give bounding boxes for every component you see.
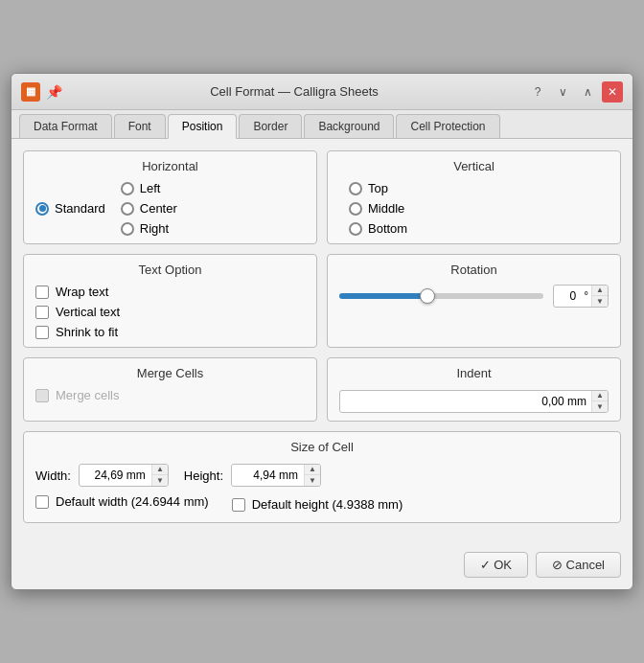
maximize-button[interactable]: ∧ (577, 81, 598, 103)
horizontal-options: Standard Left Center Right (35, 181, 305, 236)
bottom-radio-label: Bottom (368, 221, 407, 236)
center-radio[interactable] (121, 202, 134, 216)
width-spin-up[interactable]: ▲ (152, 465, 168, 475)
default-height-checkbox[interactable] (232, 498, 245, 512)
rotation-controls: ° ▲ ▼ (339, 285, 609, 308)
height-input[interactable] (232, 466, 304, 485)
height-spin-up[interactable]: ▲ (305, 465, 320, 475)
horizontal-title: Horizontal (35, 159, 305, 173)
width-spin-buttons: ▲ ▼ (151, 465, 168, 486)
left-radio-label: Left (140, 181, 161, 195)
merge-cells-checkbox (35, 389, 49, 402)
top-radio-item[interactable]: Top (349, 181, 609, 195)
button-bar: ✓ OK ⊘ Cancel (12, 544, 632, 589)
tab-background[interactable]: Background (304, 114, 394, 138)
vertical-text-label: Vertical text (56, 305, 120, 319)
vertical-title: Vertical (339, 159, 609, 173)
size-of-cell-title: Size of Cell (35, 440, 609, 454)
help-button[interactable]: ? (527, 81, 548, 103)
close-button[interactable]: ✕ (602, 81, 623, 103)
vertical-text-checkbox[interactable] (35, 306, 49, 319)
wrap-text-label: Wrap text (56, 285, 108, 299)
tab-content: Horizontal Standard Left Center (12, 139, 632, 544)
dialog-window: ▦ 📌 Cell Format — Calligra Sheets ? ∨ ∧ … (11, 73, 633, 590)
left-radio[interactable] (121, 182, 134, 195)
rotation-spin-up[interactable]: ▲ (592, 286, 608, 296)
middle-radio[interactable] (349, 202, 362, 216)
row-text-rotation: Text Option Wrap text Vertical text Shri… (23, 254, 621, 348)
shrink-to-fit-label: Shrink to fit (56, 325, 118, 339)
indent-section: Indent ▲ ▼ (327, 357, 621, 422)
titlebar: ▦ 📌 Cell Format — Calligra Sheets ? ∨ ∧ … (12, 74, 632, 110)
vertical-text-item[interactable]: Vertical text (35, 305, 305, 319)
text-option-title: Text Option (35, 263, 305, 277)
minimize-button[interactable]: ∨ (552, 81, 573, 103)
merge-cells-section: Merge Cells Merge cells (23, 357, 317, 422)
tab-position[interactable]: Position (168, 114, 238, 139)
merge-cells-label: Merge cells (56, 388, 119, 402)
middle-radio-label: Middle (368, 201, 404, 216)
default-width-label: Default width (24.6944 mm) (56, 494, 209, 509)
bottom-radio[interactable] (349, 222, 362, 236)
cancel-button[interactable]: ⊘ Cancel (536, 552, 621, 578)
horiz-lr-options: Left Center Right (121, 181, 177, 236)
width-spin-down[interactable]: ▼ (152, 475, 168, 486)
size-defaults-row: Default width (24.6944 mm) Default heigh… (35, 494, 609, 514)
slider-thumb[interactable] (420, 288, 435, 304)
merge-cells-item: Merge cells (35, 388, 305, 402)
top-radio[interactable] (349, 182, 362, 195)
shrink-to-fit-checkbox[interactable] (35, 326, 49, 339)
center-radio-item[interactable]: Center (121, 201, 177, 216)
rotation-spin-down[interactable]: ▼ (592, 296, 608, 307)
height-field: Height: ▲ ▼ (184, 464, 321, 487)
right-radio-item[interactable]: Right (121, 221, 177, 236)
middle-radio-item[interactable]: Middle (349, 201, 609, 216)
height-spin-down[interactable]: ▼ (305, 475, 320, 486)
left-radio-item[interactable]: Left (121, 181, 177, 195)
rotation-unit: ° (581, 289, 591, 303)
default-height-item[interactable]: Default height (4.9388 mm) (232, 497, 403, 512)
vertical-section: Vertical Top Middle Bottom (327, 150, 621, 244)
width-field: Width: ▲ ▼ (35, 464, 169, 487)
indent-spin-buttons: ▲ ▼ (591, 391, 608, 412)
indent-spinbox[interactable]: ▲ ▼ (339, 390, 609, 413)
standard-radio-item[interactable]: Standard (35, 201, 105, 216)
tab-bar: Data Format Font Position Border Backgro… (12, 110, 632, 139)
width-input[interactable] (80, 466, 151, 485)
standard-radio[interactable] (35, 202, 49, 216)
ok-button[interactable]: ✓ OK (464, 552, 528, 578)
indent-spin-up[interactable]: ▲ (592, 391, 608, 401)
right-radio[interactable] (121, 222, 134, 236)
merge-cells-title: Merge Cells (35, 366, 305, 380)
size-fields-row: Width: ▲ ▼ Height: ▲ (35, 464, 609, 487)
indent-spin-down[interactable]: ▼ (592, 401, 608, 412)
right-radio-label: Right (140, 221, 169, 236)
default-height-label: Default height (4.9388 mm) (252, 497, 403, 512)
rotation-spin-buttons: ▲ ▼ (591, 286, 608, 307)
height-spin-buttons: ▲ ▼ (304, 465, 320, 486)
pin-icon[interactable]: 📌 (46, 84, 61, 100)
horizontal-section: Horizontal Standard Left Center (23, 150, 317, 244)
tab-data-format[interactable]: Data Format (19, 114, 112, 138)
center-radio-label: Center (140, 201, 177, 216)
text-option-section: Text Option Wrap text Vertical text Shri… (23, 254, 317, 348)
bottom-radio-item[interactable]: Bottom (349, 221, 609, 236)
default-width-item[interactable]: Default width (24.6944 mm) (35, 494, 209, 509)
tab-font[interactable]: Font (114, 114, 166, 138)
vertical-options: Top Middle Bottom (339, 181, 609, 236)
rotation-slider[interactable] (339, 293, 543, 299)
rotation-spinbox[interactable]: ° ▲ ▼ (553, 285, 609, 308)
wrap-text-checkbox[interactable] (35, 286, 49, 299)
rotation-section: Rotation ° ▲ ▼ (327, 254, 621, 348)
tab-border[interactable]: Border (239, 114, 302, 138)
width-spinbox[interactable]: ▲ ▼ (79, 464, 169, 487)
wrap-text-item[interactable]: Wrap text (35, 285, 305, 299)
shrink-to-fit-item[interactable]: Shrink to fit (35, 325, 305, 339)
tab-cell-protection[interactable]: Cell Protection (396, 114, 499, 138)
row-horiz-vert: Horizontal Standard Left Center (23, 150, 621, 244)
height-spinbox[interactable]: ▲ ▼ (231, 464, 321, 487)
indent-input[interactable] (340, 392, 591, 411)
default-width-checkbox[interactable] (35, 495, 49, 509)
rotation-input[interactable] (554, 286, 581, 306)
top-radio-label: Top (368, 181, 388, 195)
